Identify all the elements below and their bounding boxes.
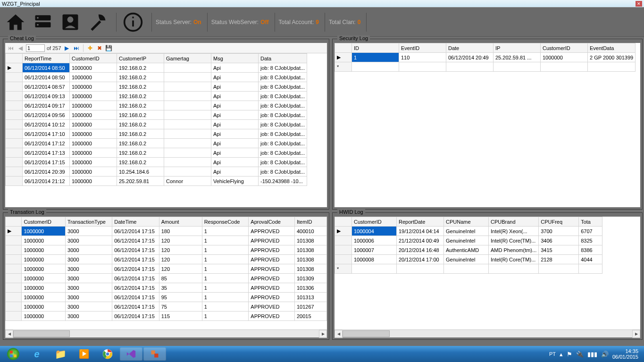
hwid-log-panel: HWID Log CustomerIDReportDateCPUNameCPUB… [332, 212, 643, 340]
tray-language[interactable]: PT [549, 351, 556, 357]
table-row[interactable]: 1000000300006/12/2014 17:151201APPROVED1… [6, 264, 327, 274]
table-row[interactable]: ▶06/12/2014 08:501000000192.168.0.2Apijo… [6, 63, 307, 73]
column-header[interactable]: CustomerID [541, 43, 588, 53]
transaction-hscroll[interactable]: ◀ ▶ [5, 329, 327, 337]
start-button[interactable] [2, 347, 25, 361]
table-row[interactable]: 06/12/2014 09:171000000192.168.0.2Apijob… [6, 101, 307, 110]
security-log-grid[interactable]: IDEventIDDateIPCustomerIDEventData▶11100… [335, 43, 640, 207]
tray-volume-icon[interactable]: 🔊 [601, 351, 609, 358]
table-row[interactable]: 100000621/12/2014 00:49GenuineIntelIntel… [335, 236, 602, 245]
hwid-log-grid[interactable]: CustomerIDReportDateCPUNameCPUBrandCPUFr… [335, 217, 640, 329]
cheat-log-title: Cheat Log [8, 35, 36, 41]
table-row[interactable]: 1000000300006/12/2014 17:15351APPROVED10… [6, 283, 327, 293]
tray-flag-icon[interactable]: ⚑ [567, 351, 572, 358]
column-header[interactable]: Data [259, 54, 307, 63]
home-icon[interactable] [3, 11, 28, 34]
column-header[interactable]: Date [446, 43, 493, 53]
table-row[interactable]: 06/12/2014 17:151000000192.168.0.2Apijob… [6, 158, 307, 167]
column-header[interactable]: DateTime [112, 217, 159, 227]
table-row[interactable]: 06/12/2014 20:39100000010.254.184.6Apijo… [6, 167, 307, 177]
table-row[interactable]: ▶100000419/12/2014 04:14GenuineIntel Int… [335, 227, 602, 236]
table-row[interactable]: 06/12/2014 08:501000000192.168.0.2Apijob… [6, 73, 307, 82]
status-webserver-label: Status WebServer: [211, 19, 259, 25]
table-row[interactable]: 100000720/12/2014 16:48AuthenticAMDAMD P… [335, 245, 602, 255]
column-header[interactable]: ReportDate [397, 217, 444, 227]
nav-next-icon[interactable]: ▶ [63, 44, 71, 52]
tray-network-icon[interactable]: ▮▮▮ [587, 351, 597, 358]
table-row[interactable]: 1000000300006/12/2014 17:15751APPROVED10… [6, 302, 327, 311]
table-row[interactable]: 1000000300006/12/2014 17:151201APPROVED1… [6, 236, 327, 245]
security-log-panel: Security Log IDEventIDDateIPCustomerIDEv… [332, 39, 643, 210]
column-header[interactable]: CustomerID [70, 54, 117, 63]
table-row[interactable]: 1000000300006/12/2014 17:151151APPROVED2… [6, 311, 327, 321]
tray-chevron-icon[interactable]: ▴ [560, 351, 563, 358]
taskbar-visualstudio-icon[interactable] [120, 347, 142, 361]
cheat-log-grid[interactable]: ReportTimeCustomerIDCustomerIPGamertagMs… [5, 53, 327, 207]
table-row[interactable]: 100000820/12/2014 17:00GenuineIntelIntel… [335, 255, 602, 264]
nav-position-input[interactable] [26, 44, 45, 52]
nav-delete-icon[interactable]: ✖ [96, 44, 103, 52]
svg-rect-12 [10, 354, 13, 357]
user-icon[interactable] [58, 11, 83, 34]
transaction-log-grid[interactable]: CustomerIDTransactionTypeDateTimeAmountR… [5, 217, 327, 329]
new-row[interactable]: * [335, 264, 602, 274]
taskbar-chrome-icon[interactable] [96, 347, 119, 361]
nav-add-icon[interactable]: ✚ [86, 44, 94, 52]
window-title: WZGT_Principal [2, 1, 40, 7]
info-icon[interactable] [120, 11, 146, 34]
column-header[interactable]: AprovalCode [249, 217, 295, 227]
table-row[interactable]: 06/12/2014 08:571000000192.168.0.2Apijob… [6, 82, 307, 92]
nav-last-icon[interactable]: ⏭ [73, 44, 80, 52]
table-row[interactable]: 1000000300006/12/2014 17:151201APPROVED1… [6, 255, 327, 264]
taskbar-ie-icon[interactable]: e [25, 347, 48, 361]
hwid-hscroll[interactable]: ◀ ▶ [335, 329, 640, 337]
table-row[interactable]: 06/12/2014 09:131000000192.168.0.2Apijob… [6, 92, 307, 101]
svg-point-2 [37, 17, 39, 19]
nav-prev-icon[interactable]: ◀ [17, 44, 24, 52]
new-row[interactable]: * [335, 62, 636, 72]
svg-point-5 [67, 17, 74, 23]
nav-first-icon[interactable]: ⏮ [7, 44, 15, 52]
taskbar-explorer-icon[interactable]: 📁 [49, 347, 72, 361]
server-icon[interactable] [30, 11, 56, 34]
table-row[interactable]: 06/12/2014 17:131000000192.168.0.2Apijob… [6, 148, 307, 158]
table-row[interactable]: ▶111006/12/2014 20:4925.202.59.81 ...100… [335, 53, 636, 62]
taskbar-app-icon[interactable] [143, 347, 166, 361]
column-header[interactable]: EventID [399, 43, 446, 53]
nav-save-icon[interactable]: 💾 [105, 44, 113, 52]
column-header[interactable]: ReportTime [23, 54, 70, 63]
column-header[interactable]: Msg [211, 54, 259, 63]
column-header[interactable]: Gamertag [164, 54, 211, 63]
column-header[interactable]: TransactionType [66, 217, 112, 227]
table-row[interactable]: 06/12/2014 17:101000000192.168.0.2Apijob… [6, 129, 307, 139]
table-row[interactable]: 1000000300006/12/2014 17:151201APPROVED1… [6, 245, 327, 255]
axe-icon[interactable] [85, 11, 110, 34]
table-row[interactable]: 06/12/2014 09:561000000192.168.0.2Apijob… [6, 110, 307, 120]
column-header[interactable]: ResponseCode [202, 217, 249, 227]
nav-of-label: of 257 [47, 45, 61, 51]
table-row[interactable]: 06/12/2014 21:12100000025.202.59.81Conno… [6, 177, 307, 186]
system-tray: PT ▴ ⚑ 🔌 ▮▮▮ 🔊 14:35 06/01/2015 [549, 348, 642, 360]
column-header[interactable]: ID [352, 43, 399, 53]
table-row[interactable]: 06/12/2014 10:121000000192.168.0.2Apijob… [6, 120, 307, 129]
column-header[interactable]: Tota [579, 217, 602, 227]
column-header[interactable]: CustomerID [352, 217, 397, 227]
column-header[interactable]: IP [493, 43, 541, 53]
column-header[interactable]: ItemID [295, 217, 327, 227]
column-header[interactable]: CustomerID [22, 217, 66, 227]
table-row[interactable]: 1000000300006/12/2014 17:15951APPROVED10… [6, 293, 327, 302]
tray-clock[interactable]: 14:35 06/01/2015 [612, 348, 638, 360]
column-header[interactable]: CPUBrand [489, 217, 539, 227]
svg-point-8 [132, 17, 134, 18]
table-row[interactable]: 06/12/2014 17:121000000192.168.0.2Apijob… [6, 139, 307, 148]
window-close-button[interactable]: ✕ [636, 1, 642, 7]
table-row[interactable]: ▶1000000300006/12/2014 17:151801APPROVED… [6, 227, 327, 236]
taskbar-mediaplayer-icon[interactable]: ▶️ [73, 347, 95, 361]
column-header[interactable]: EventData [588, 43, 636, 53]
table-row[interactable]: 1000000300006/12/2014 17:15851APPROVED10… [6, 274, 327, 283]
column-header[interactable]: Amount [159, 217, 202, 227]
column-header[interactable]: CPUFreq [539, 217, 579, 227]
column-header[interactable]: CustomerIP [117, 54, 164, 63]
column-header[interactable]: CPUName [444, 217, 489, 227]
tray-power-icon[interactable]: 🔌 [576, 351, 584, 358]
